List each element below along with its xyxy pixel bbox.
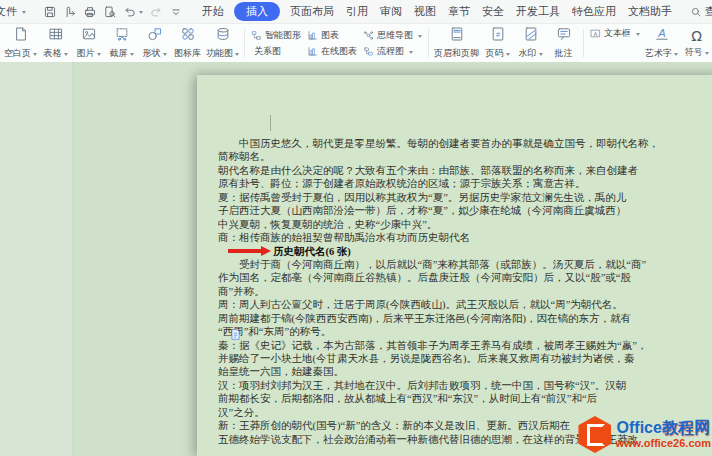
ribbon-button[interactable]: 智能图形	[251, 28, 301, 42]
textbox-button[interactable]: A 文本框	[590, 27, 640, 41]
ribbon-icon	[48, 26, 64, 46]
ribbon-icon	[363, 30, 374, 41]
symbol-button[interactable]: Ω 符号	[680, 24, 712, 62]
document-text-line: 简称朝名。	[218, 150, 659, 163]
ribbon-button[interactable]: 功能图	[204, 24, 241, 62]
save-button[interactable]	[40, 4, 60, 20]
wordart-icon: A	[654, 26, 670, 46]
ribbon-button[interactable]: # 页码	[481, 24, 514, 62]
menu-tab-strip: 开始 插入 页面布局 引用 审阅 视图 章节 安全 开发工具 特色应用 文档助手	[196, 0, 678, 23]
chevron-down-icon	[705, 52, 709, 57]
print-button[interactable]	[80, 4, 100, 20]
page-object-icon	[229, 328, 242, 341]
ribbon-button[interactable]: 水印	[514, 24, 547, 62]
wordart-button[interactable]: A 艺术字	[643, 24, 680, 62]
ribbon-button[interactable]: 空白页	[2, 24, 39, 62]
menu-tab[interactable]: 引用	[341, 0, 373, 23]
document-text-line: 作为国名，定都亳（今河南商丘谷熟镇）。后盘庚迁殷（今河南安阳）后，又以“殷”或“…	[218, 271, 659, 284]
toolbar-icon	[43, 5, 57, 19]
document-text: 中国历史悠久，朝代更是零星纷繁。每朝的创建者要首办的事就是确立国号，即朝代名称，…	[218, 137, 659, 446]
ribbon-button[interactable]: 图片	[72, 24, 105, 62]
office26-watermark: Office教程网 www.office26.com	[578, 416, 711, 453]
ribbon-icon	[147, 26, 163, 46]
quick-access-toolbar	[40, 4, 186, 20]
chevron-down-icon	[97, 53, 101, 58]
menu-tab[interactable]: 文档助手	[623, 0, 677, 23]
document-text-line: 始皇统一六国，始建秦国。	[218, 365, 659, 378]
ribbon-icon	[215, 26, 231, 46]
menu-tab[interactable]: 开始	[197, 0, 229, 23]
ribbon-icon	[114, 26, 130, 46]
chevron-down-icon[interactable]	[248, 334, 252, 339]
document-text-line: 周：周人到古公亶父时，迁居于周原(今陕西岐山)。武王灭殷以后，就以“周”为朝代名…	[218, 298, 659, 311]
svg-text:A: A	[594, 31, 598, 37]
toolbar-icon	[63, 5, 77, 19]
document-text-line: 前期都长安，后期都洛阳，故从都城上有“西汉”和“东汉”，从时间上有“前汉”和“后	[218, 392, 659, 405]
menu-tab[interactable]: 审阅	[375, 0, 407, 23]
document-text-line: 商：相传商族的始祖契曾帮助禹治水有功而历史朝代名	[218, 231, 659, 244]
chevron-down-icon	[64, 53, 68, 58]
menu-tab[interactable]: 安全	[477, 0, 509, 23]
chevron-down-icon	[539, 53, 543, 58]
ribbon-button[interactable]: 截屏	[105, 24, 138, 62]
file-menu[interactable]: 文件	[0, 4, 30, 19]
ribbon-group-graphics: 智能图形 关系图 图表 在线图表	[248, 24, 425, 62]
logo-bracket-shape	[587, 424, 605, 446]
watermark-url: www.office26.com	[615, 438, 711, 450]
ribbon-button[interactable]: 图标库	[171, 24, 204, 62]
ribbon-icon: #	[490, 26, 506, 46]
ribbon-button[interactable]: 关系图	[251, 44, 301, 58]
find-button[interactable]: 查找	[690, 4, 712, 19]
ribbon-button[interactable]: 批注	[547, 24, 580, 62]
document-text-line: 周前期建都于镐(今陕西西安西南)，后来平王东迁洛邑(今河南洛阳)，因在镐的东方，…	[218, 312, 659, 325]
insert-ribbon: 空白页 表格 图片 截屏 形状 图标库 功能图	[0, 24, 712, 63]
document-page[interactable]: 中国历史悠久，朝代更是零星纷繁。每朝的创建者要首办的事就是确立国号，即朝代名称，…	[197, 75, 712, 456]
ribbon-icon	[449, 26, 465, 46]
chevron-down-icon	[235, 53, 239, 58]
export-button[interactable]	[60, 4, 80, 20]
file-menu-label: 文件	[0, 4, 17, 19]
menu-tab[interactable]: 开发工具	[511, 0, 565, 23]
menu-tab[interactable]: 插入	[234, 2, 280, 21]
menu-tab[interactable]: 特色应用	[567, 0, 621, 23]
ribbon-button[interactable]: 页眉和页脚	[432, 24, 481, 62]
ribbon-icon	[523, 26, 539, 46]
document-text-line: 商”并称。	[218, 285, 659, 298]
document-text-line: 夏：据传禹曾受封于夏伯，因用以称其政权为“夏”。另据历史学家范文澜先生说，禹的儿	[218, 191, 659, 204]
document-text-line: 原有卦号、爵位；源于创建者原始政权统治的区域；源于宗族关系；寓意吉祥。	[218, 177, 659, 190]
toolbar-icon	[169, 5, 183, 19]
redo-button[interactable]	[146, 4, 166, 20]
margin-object-button[interactable]	[229, 328, 252, 341]
toolbar-icon	[149, 5, 163, 19]
ribbon-icon	[307, 46, 318, 57]
chevron-down-icon	[33, 53, 37, 58]
print-preview-button[interactable]	[100, 4, 120, 20]
document-text-line: 中国历史悠久，朝代更是零星纷繁。每朝的创建者要首办的事就是确立国号，即朝代名称，	[218, 137, 659, 150]
ribbon-icon	[13, 26, 29, 46]
ribbon-button[interactable]: 流程图	[363, 44, 422, 58]
margin-corner-mark	[270, 115, 271, 131]
menu-tab[interactable]: 页面布局	[285, 0, 339, 23]
ribbon-button[interactable]: 在线图表	[307, 44, 357, 58]
ribbon-button[interactable]: 表格	[39, 24, 72, 62]
ribbon-icon	[307, 30, 318, 41]
chevron-down-icon	[409, 51, 413, 56]
menu-tab[interactable]: 视图	[409, 0, 441, 23]
divider	[583, 29, 584, 57]
document-text-line: 子启西迁大夏（山西南部汾浍一带）后，才称“夏”，姒少康在纶城（今河南商丘虞城西）	[218, 204, 659, 217]
document-text-line: 历史朝代名(6 张)	[218, 245, 659, 258]
ribbon-icon	[81, 26, 97, 46]
customize-toolbar-button[interactable]	[166, 4, 186, 20]
toolbar-icon	[83, 5, 97, 19]
ribbon-button[interactable]: 形状	[138, 24, 171, 62]
undo-button[interactable]	[120, 4, 146, 20]
chevron-down-icon	[163, 53, 167, 58]
divider	[428, 29, 429, 57]
ribbon-button[interactable]: 思维导图	[363, 28, 422, 42]
chevron-down-icon	[636, 33, 640, 38]
document-text-line: 汉：项羽封刘邦为汉王，其封地在汉中。后刘邦击败项羽，统一中国，国号称“汉”。汉朝	[218, 379, 659, 392]
ribbon-button[interactable]: 图表	[307, 28, 357, 42]
menu-tab[interactable]: 章节	[443, 0, 475, 23]
document-text-line: 中兴夏朝，恢复夏朝的统治，史称“少康中兴”。	[218, 218, 659, 231]
ribbon-icon	[180, 26, 196, 46]
